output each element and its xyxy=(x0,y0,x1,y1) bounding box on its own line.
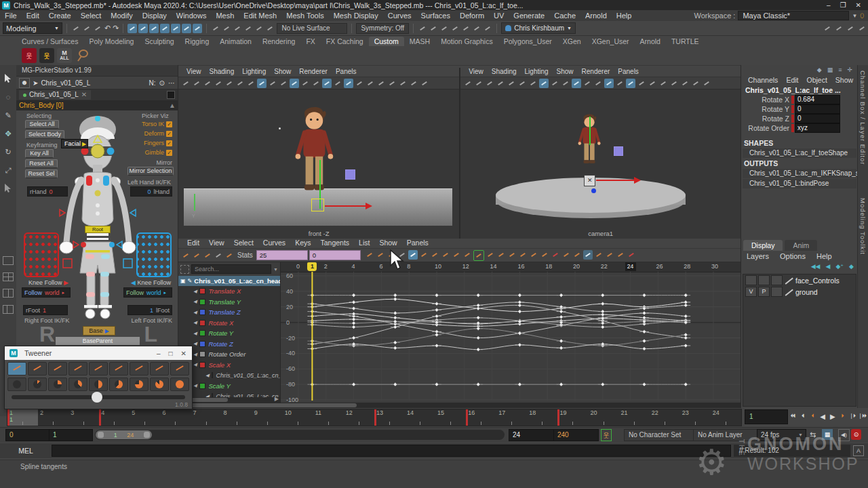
timeline-frame-14[interactable]: 14 xyxy=(405,409,435,426)
symmetry-field[interactable]: Symmetry: Off xyxy=(356,23,409,34)
mute-icon[interactable]: ◀ xyxy=(193,289,197,294)
tweener-slider[interactable] xyxy=(12,395,185,399)
tweener-preset-button[interactable] xyxy=(28,378,47,391)
shelf-tab-animation[interactable]: Animation xyxy=(214,37,257,46)
menu-deform[interactable]: Deform xyxy=(455,12,489,20)
picker-panel-title[interactable]: MG-PickerStudio v1.99 xyxy=(16,65,178,77)
tweener-mode-button[interactable] xyxy=(28,362,47,375)
graph-editor-menu-list[interactable]: List xyxy=(354,239,374,248)
toolbar-icon[interactable] xyxy=(472,24,481,33)
stats-frame-field[interactable]: 25 xyxy=(256,250,308,260)
selected-control-box[interactable]: ✕ xyxy=(584,175,595,186)
timeline-frame-8[interactable]: 8 xyxy=(222,409,252,426)
layout-two-pane-icon[interactable] xyxy=(3,289,14,298)
channel-value-field[interactable]: 0.684 xyxy=(795,95,840,104)
toolbar-icon[interactable] xyxy=(182,24,191,33)
menu-file[interactable]: File xyxy=(0,12,22,20)
toolbar-icon[interactable] xyxy=(322,79,332,88)
toolbar-icon[interactable] xyxy=(834,24,844,33)
reset-all-button[interactable]: Reset All xyxy=(25,159,58,168)
tweener-preset-button[interactable] xyxy=(68,378,87,391)
timeline-frame-19[interactable]: 19 xyxy=(557,409,588,426)
character-mesh[interactable] xyxy=(294,104,334,211)
outliner-channel-rotate-x[interactable]: ◀Rotate X xyxy=(178,318,280,329)
stats-value-field[interactable]: 0 xyxy=(309,250,361,260)
camera1-viewport-canvas[interactable]: ✕ camera1 xyxy=(460,89,741,239)
toolbar-icon[interactable] xyxy=(214,251,223,260)
last-tool-icon[interactable] xyxy=(3,183,14,194)
front-viewport-canvas[interactable]: Y front -Z xyxy=(178,89,459,239)
facial-button[interactable]: Facial ▶ xyxy=(61,139,88,148)
character-set-select[interactable]: No Character Set xyxy=(624,429,696,441)
timeline-frame-6[interactable]: 6 xyxy=(160,409,191,426)
toolbar-icon[interactable] xyxy=(462,250,472,260)
toolbar-icon[interactable] xyxy=(626,79,635,88)
tweener-mode-button[interactable] xyxy=(48,362,67,375)
menu-mesh-tools[interactable]: Mesh Tools xyxy=(281,12,328,20)
curve-color-swatch[interactable] xyxy=(199,383,205,389)
shelf-tab-polygons-user[interactable]: Polygons_User xyxy=(498,37,557,46)
outliner-channel-rotate-order[interactable]: ◀Rotate Order xyxy=(178,349,280,360)
toolbar-icon[interactable] xyxy=(540,250,549,260)
toolbar-icon[interactable] xyxy=(507,79,516,88)
key-all-button[interactable]: Key All xyxy=(25,149,54,158)
menu-windows[interactable]: Windows xyxy=(172,12,212,20)
time-slider[interactable]: 1123456789101112131415161718192021222324 xyxy=(7,409,742,426)
camera1-viewport[interactable]: ViewShadingLightingShowRendererPanels xyxy=(460,68,741,239)
current-frame-field[interactable]: 1 xyxy=(745,409,788,424)
tweener-preset-button[interactable] xyxy=(130,378,149,391)
toolbar-icon[interactable] xyxy=(572,79,581,88)
toolbar-icon[interactable] xyxy=(224,251,234,260)
picker-yellow-shelf-icon[interactable]: 웃 xyxy=(39,48,54,63)
mute-icon[interactable]: ◀ xyxy=(205,373,209,378)
toolbar-icon[interactable] xyxy=(290,79,299,88)
toolbar-icon[interactable] xyxy=(452,250,461,260)
root-button[interactable]: Root xyxy=(85,226,111,233)
timeline-frame-13[interactable]: 13 xyxy=(374,409,405,426)
toolbar-icon[interactable] xyxy=(233,24,242,33)
paint-select-tool-icon[interactable]: ✎ xyxy=(3,110,14,121)
playback-end-field[interactable]: 24 xyxy=(509,429,554,441)
toolbar-icon[interactable] xyxy=(823,24,832,33)
toolbar-icon[interactable] xyxy=(82,24,92,33)
lfoot-field[interactable]: 1lFoot xyxy=(127,305,172,315)
front-viewport-menu-panels[interactable]: Panels xyxy=(332,68,361,77)
timeline-frame-22[interactable]: 22 xyxy=(650,409,680,426)
mute-icon[interactable]: ◀ xyxy=(193,341,197,346)
toolbar-icon[interactable] xyxy=(71,24,81,33)
layout-single-pane-icon[interactable] xyxy=(3,256,14,265)
graph-time-ruler[interactable]: 024681012141618202224262830124 xyxy=(281,262,741,272)
mute-icon[interactable]: ◀ xyxy=(193,331,197,336)
mute-icon[interactable]: ◀ xyxy=(193,310,197,315)
maximize-button[interactable]: □ xyxy=(169,350,173,357)
toolbar-icon[interactable] xyxy=(551,250,560,260)
toolbar-icon[interactable] xyxy=(463,79,473,88)
base-parent-button[interactable]: BaseParent xyxy=(56,337,140,345)
list-icon[interactable]: ≡ xyxy=(838,66,842,73)
tweener-window[interactable]: M Tweener – □ ✕ 1.0.8 xyxy=(4,346,193,409)
timeline-frame-4[interactable]: 4 xyxy=(99,409,130,426)
scale-tool-icon[interactable]: ⤢ xyxy=(3,165,14,176)
menu-help[interactable]: Help xyxy=(612,12,637,20)
toolbar-icon[interactable] xyxy=(461,24,471,33)
select-all-button[interactable]: Select All xyxy=(25,120,59,129)
tab-channel-box-layer-editor[interactable]: Channel Box / Layer Editor xyxy=(859,70,867,165)
toolbar-icon[interactable] xyxy=(214,79,223,88)
toolbar-icon[interactable] xyxy=(430,250,439,260)
output-node-item[interactable]: Chris_v01_05_L:ac_m_IKFKSnap_script xyxy=(743,169,856,178)
toolbar-icon[interactable] xyxy=(243,24,253,33)
ik-handle-box[interactable] xyxy=(614,146,623,156)
camera1-viewport-menu-shading[interactable]: Shading xyxy=(488,68,521,77)
front-viewport-menu-renderer[interactable]: Renderer xyxy=(295,68,332,77)
toolbar-icon[interactable] xyxy=(561,79,570,88)
timeline-frame-15[interactable]: 15 xyxy=(435,409,466,426)
pin-icon[interactable]: ◆ xyxy=(817,66,822,73)
picker-tab[interactable]: Chris_v01_05_L ✕ xyxy=(19,90,91,100)
toolbar-icon[interactable] xyxy=(344,79,353,88)
tweener-preset-button[interactable] xyxy=(7,378,26,391)
toolbar-icon[interactable] xyxy=(517,79,527,88)
toolbar-icon[interactable] xyxy=(138,24,148,33)
step-forward-frame-button[interactable]: ❘⏵ xyxy=(848,413,857,420)
curve-color-swatch[interactable] xyxy=(199,351,205,357)
toolbar-icon[interactable] xyxy=(429,24,438,33)
